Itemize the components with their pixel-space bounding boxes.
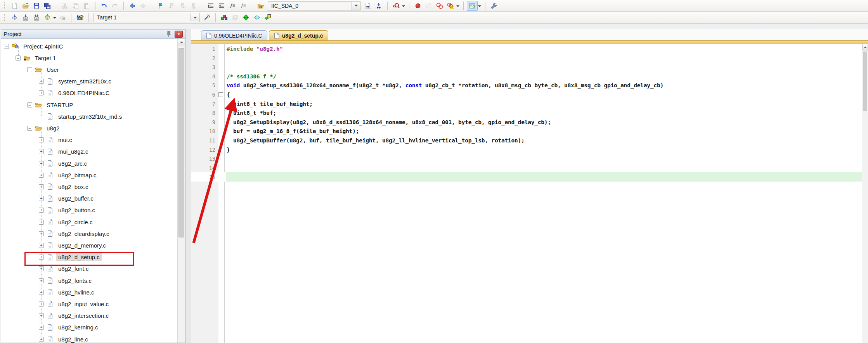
- find-in-files-dialog-button[interactable]: [362, 1, 373, 11]
- fold-collapse-icon[interactable]: –: [218, 92, 223, 97]
- save-all-button[interactable]: [42, 1, 53, 11]
- code-editor[interactable]: 1#include "u8g2.h"234/* ssd1306 f */5voi…: [191, 44, 862, 343]
- manage-run-time-environment-button[interactable]: [241, 12, 251, 23]
- scroll-up-button[interactable]: [862, 44, 868, 50]
- tree-item-system-stm32f10x-c[interactable]: +system_stm32f10x.c: [39, 76, 114, 87]
- manage-multi-project-workspace-button[interactable]: [230, 12, 241, 23]
- pin-icon[interactable]: [166, 31, 172, 37]
- rebuild-all-target-files-button[interactable]: [31, 12, 42, 23]
- code-line-6[interactable]: 6–{: [191, 90, 862, 99]
- incremental-find-button[interactable]: [373, 1, 384, 11]
- navigate-back-button[interactable]: [127, 1, 138, 11]
- navigate-forward-button[interactable]: [138, 1, 149, 11]
- tree-item-startup[interactable]: –STARTUP: [27, 99, 76, 111]
- undo-button[interactable]: [99, 1, 109, 11]
- tree-item-u8g2-intersection-c[interactable]: +u8g2_intersection.c: [39, 310, 111, 322]
- enable-disable-breakpoint-button[interactable]: [423, 1, 434, 11]
- clear-all-bookmarks-button[interactable]: [188, 1, 199, 11]
- tree-item-u8g2-kerning-c[interactable]: +u8g2_kerning.c: [39, 322, 100, 333]
- translate-file-button[interactable]: [9, 12, 20, 23]
- collapse-icon[interactable]: –: [4, 44, 9, 49]
- select-software-packs-button[interactable]: [251, 12, 262, 23]
- tree-item-target-1[interactable]: –Target 1: [16, 52, 58, 64]
- tree-item-mui-c[interactable]: +mui.c: [39, 134, 74, 146]
- code-line-11[interactable]: 11 u8g2_SetupBuffer(u8g2, buf, tile_buf_…: [191, 136, 862, 145]
- tree-item-u8g2-d-memory-c[interactable]: +u8g2_d_memory.c: [39, 239, 108, 251]
- tree-item-user[interactable]: –User: [27, 64, 61, 75]
- toolbar-grip[interactable]: [4, 2, 6, 9]
- expand-icon[interactable]: +: [39, 149, 44, 154]
- batch-build-dropdown-arrow[interactable]: [53, 17, 56, 20]
- download-to-flash-button[interactable]: LOAD: [74, 12, 85, 23]
- collapse-icon[interactable]: –: [27, 126, 32, 131]
- code-line-3[interactable]: 3: [191, 62, 862, 72]
- code-line-7[interactable]: 7 uint8_t tile_buf_height;: [191, 99, 862, 109]
- tree-item-u8g2-hvline-c[interactable]: +u8g2_hvline.c: [39, 286, 97, 298]
- tree-item-startup-stm32f10x-md-s[interactable]: startup_stm32f10x_md.s: [39, 111, 124, 122]
- code-line-12[interactable]: 12}: [191, 145, 862, 154]
- editor-tab-0-96oled4piniic-c[interactable]: 0.96OLED4PINiic.C: [201, 30, 267, 40]
- tree-item-u8g2[interactable]: –u8g2: [27, 122, 62, 134]
- expand-icon[interactable]: +: [39, 255, 44, 260]
- tree-item-u8g2-font-c[interactable]: +u8g2_font.c: [39, 263, 91, 275]
- expand-icon[interactable]: +: [39, 208, 44, 213]
- batch-build-button[interactable]: [42, 12, 53, 23]
- dropdown-arrow-icon[interactable]: [191, 14, 199, 21]
- scrollbar-thumb[interactable]: [178, 48, 184, 237]
- dropdown-arrow-icon[interactable]: [352, 2, 360, 10]
- configuration-button[interactable]: [489, 1, 499, 11]
- code-line-10[interactable]: 10 buf = u8g2_m_16_8_f(&tile_buf_height)…: [191, 126, 862, 136]
- expand-icon[interactable]: +: [39, 337, 44, 342]
- expand-icon[interactable]: +: [39, 301, 44, 307]
- code-line-1[interactable]: 1#include "u8g2.h": [191, 44, 862, 54]
- tree-item-project-4piniic[interactable]: –Project: 4pinIIC: [4, 40, 66, 52]
- uncomment-selection-button[interactable]: [238, 1, 249, 11]
- tree-item-u8g2-circle-c[interactable]: +u8g2_circle.c: [39, 216, 95, 228]
- code-line-13[interactable]: 13: [191, 154, 862, 163]
- collapse-icon[interactable]: –: [16, 55, 21, 61]
- toggle-bookmark-button[interactable]: [155, 1, 166, 11]
- tree-item-u8g2-line-c[interactable]: +u8g2_line.c: [39, 333, 90, 343]
- comment-selection-button[interactable]: [227, 1, 238, 11]
- tree-item-u8g2-cleardisplay-c[interactable]: +u8g2_cleardisplay.c: [39, 228, 111, 239]
- collapse-icon[interactable]: –: [27, 67, 32, 72]
- find-in-files-button[interactable]: [255, 1, 266, 11]
- code-line-4[interactable]: 4/* ssd1306 f */: [191, 72, 862, 81]
- paste-button[interactable]: [81, 1, 92, 11]
- panel-splitter[interactable]: [185, 29, 191, 343]
- expand-icon[interactable]: +: [39, 184, 44, 189]
- expand-icon[interactable]: +: [39, 243, 44, 248]
- pack-installer-button[interactable]: [262, 12, 273, 23]
- copy-button[interactable]: [70, 1, 81, 11]
- collapse-icon[interactable]: –: [27, 102, 32, 107]
- expand-icon[interactable]: +: [39, 90, 44, 95]
- expand-icon[interactable]: +: [39, 290, 44, 295]
- expand-icon[interactable]: +: [39, 79, 44, 84]
- toolbar-grip[interactable]: [4, 14, 6, 21]
- tree-item-u8g2-fonts-c[interactable]: +u8g2_fonts.c: [39, 275, 94, 286]
- save-button[interactable]: [31, 1, 42, 11]
- code-line-5[interactable]: 5void u8g2_Setup_ssd1306_128x64_noname_f…: [191, 81, 862, 90]
- options-for-target-button[interactable]: [201, 12, 212, 23]
- kill-all-breakpoints-dropdown-arrow[interactable]: [456, 5, 459, 9]
- tree-item-u8g2-d-setup-c[interactable]: +u8g2_d_setup.c: [39, 251, 102, 263]
- indent-selection-button[interactable]: [205, 1, 216, 11]
- code-line-14[interactable]: 14: [191, 163, 862, 173]
- expand-icon[interactable]: +: [39, 196, 44, 201]
- expand-icon[interactable]: +: [39, 161, 44, 166]
- expand-icon[interactable]: +: [39, 278, 44, 283]
- redo-button[interactable]: [109, 1, 120, 11]
- find-dialog-dropdown-arrow[interactable]: [402, 5, 405, 9]
- project-tree-scrollbar[interactable]: [177, 39, 185, 343]
- previous-bookmark-button[interactable]: [166, 1, 177, 11]
- build-target-button[interactable]: [20, 12, 31, 23]
- expand-icon[interactable]: +: [39, 313, 44, 318]
- find-dialog-button[interactable]: d: [391, 1, 402, 11]
- open-file-button[interactable]: [20, 1, 31, 11]
- editor-tab-u8g2-d-setup-c[interactable]: u8g2_d_setup.c: [269, 30, 328, 40]
- find-text-combo[interactable]: IIC_SDA_0: [268, 1, 361, 10]
- code-line-2[interactable]: 2: [191, 54, 862, 63]
- close-icon[interactable]: x: [175, 31, 183, 38]
- tree-item-u8g2-bitmap-c[interactable]: +u8g2_bitmap.c: [39, 169, 99, 181]
- tree-item-u8g2-input-value-c[interactable]: +u8g2_input_value.c: [39, 298, 111, 310]
